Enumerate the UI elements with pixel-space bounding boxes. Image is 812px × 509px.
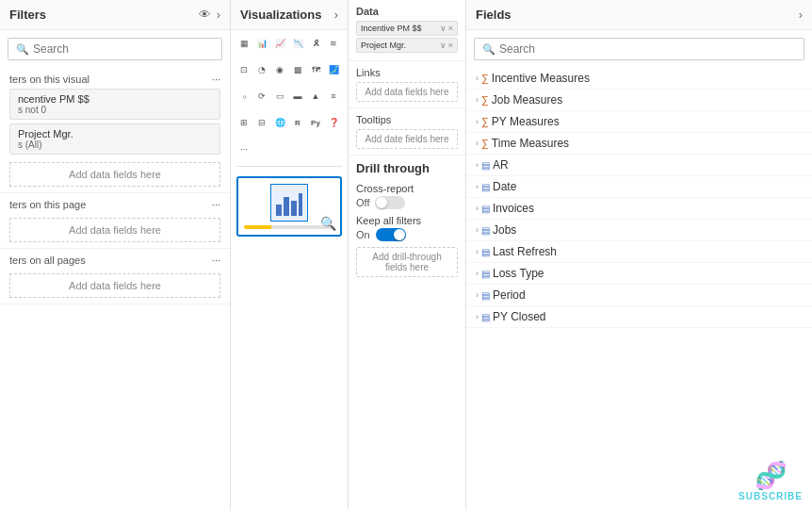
field-chevron-icon: › <box>476 290 479 300</box>
field-group-item[interactable]: › ∑ Job Measures <box>466 90 812 111</box>
viz-panel-header: Visualizations › <box>231 0 348 30</box>
fields-search-input[interactable] <box>499 42 796 56</box>
subscribe-text: SUBSCRIBE <box>739 491 803 501</box>
filter-item-1-value: s not 0 <box>18 105 212 115</box>
build-links-add-btn[interactable]: Add data fields here <box>356 82 458 102</box>
cross-report-toggle-knob <box>376 197 387 208</box>
viz-chevron-icon[interactable]: › <box>334 8 338 22</box>
build-field-1-expand[interactable]: ∨ <box>440 24 447 33</box>
eye-icon[interactable]: 👁 <box>199 8 211 22</box>
drill-on-label: On <box>356 229 370 240</box>
viz-icon-waterfall[interactable]: ≋ <box>326 36 341 51</box>
filters-all-pages-add-btn[interactable]: Add data fields here <box>9 273 220 298</box>
build-field-1-name: Incentive PM $$ <box>361 24 422 33</box>
field-group-item[interactable]: › ▤ Loss Type <box>466 263 812 285</box>
viz-icon-matrix[interactable]: ⊟ <box>254 115 269 130</box>
field-group-item[interactable]: › ∑ Incentive Measures <box>466 68 812 90</box>
viz-icon-line-chart[interactable]: 📈 <box>272 36 287 51</box>
filters-all-pages-menu[interactable]: ··· <box>212 254 220 266</box>
field-group-item[interactable]: › ▤ Jobs <box>466 220 812 241</box>
viz-icon-donut[interactable]: ◉ <box>272 62 287 77</box>
field-group-name: Time Measures <box>492 137 569 150</box>
drill-cross-report-toggle-row: Off <box>356 196 458 209</box>
field-group-name: AR <box>493 158 509 172</box>
viz-panel-title: Visualizations <box>240 8 321 22</box>
field-chevron-icon: › <box>476 139 479 148</box>
subscribe-watermark: 🧬 SUBSCRIBE <box>739 460 803 501</box>
viz-icon-python[interactable]: Py <box>308 115 323 130</box>
build-drill-section: Drill through Cross-report Off Keep all … <box>349 156 465 283</box>
build-field-2-expand[interactable]: ∨ <box>440 41 447 50</box>
field-group-name: Date <box>493 180 516 193</box>
build-links-label: Links <box>356 67 458 78</box>
filters-header-icons: 👁 › <box>199 8 220 22</box>
field-group-item[interactable]: › ▤ Period <box>466 285 812 306</box>
build-field-1-actions: ∨ × <box>440 24 453 33</box>
build-field-1-remove[interactable]: × <box>448 24 453 33</box>
viz-icon-slicer[interactable]: ≡ <box>326 89 341 104</box>
field-group-item[interactable]: › ∑ Time Measures <box>466 133 812 155</box>
viz-icon-filled-map[interactable]: 🗾 <box>326 62 341 77</box>
viz-icon-ribbon[interactable]: 🎗 <box>308 36 323 51</box>
viz-icon-bar-chart[interactable]: 📊 <box>254 36 269 51</box>
filters-search-input[interactable] <box>33 42 214 56</box>
viz-icon-multirow-card[interactable]: ▬ <box>290 89 305 104</box>
viz-icons-grid-1: ▦ 📊 📈 📉 🎗 ≋ <box>231 30 348 57</box>
filters-this-page-header: ters on this page ··· <box>9 199 220 210</box>
svg-rect-2 <box>291 201 297 216</box>
viz-icon-qna[interactable]: ❓ <box>326 115 341 130</box>
field-group-name: Job Measures <box>492 93 562 107</box>
build-field-2-remove[interactable]: × <box>448 41 453 50</box>
viz-selected-visual[interactable]: 🔍 <box>236 176 342 237</box>
viz-icon-table[interactable]: ⊞ <box>236 115 252 130</box>
viz-icon-area-chart[interactable]: 📉 <box>290 36 305 51</box>
filters-this-page-label: ters on this page <box>9 199 86 210</box>
viz-icon-stacked-bar[interactable]: ▦ <box>236 36 252 51</box>
field-group-item[interactable]: › ▤ PY Closed <box>466 306 812 328</box>
viz-icon-scatter[interactable]: ⊡ <box>236 62 252 77</box>
build-field-tag-1[interactable]: Incentive PM $$ ∨ × <box>356 21 458 36</box>
field-group-name: Loss Type <box>493 267 544 280</box>
viz-icon-funnel[interactable]: ⬦ <box>236 89 252 104</box>
filter-item-1[interactable]: ncentive PM $$ s not 0 <box>9 89 220 120</box>
filters-panel: Filters 👁 › 🔍 ters on this visual ··· nc… <box>0 0 231 509</box>
cross-report-toggle[interactable] <box>375 196 405 209</box>
viz-icon-more[interactable]: ··· <box>236 141 252 156</box>
viz-icon-kpi[interactable]: ▲ <box>308 89 323 104</box>
filters-this-page-add-btn[interactable]: Add data fields here <box>9 218 220 242</box>
fields-title: Fields <box>476 8 512 22</box>
filters-this-visual-menu[interactable]: ··· <box>212 74 220 85</box>
filters-this-visual-add-btn[interactable]: Add data fields here <box>9 162 220 187</box>
viz-icon-card[interactable]: ▭ <box>272 89 287 104</box>
drill-cross-report-option: Cross-report Off <box>356 183 458 209</box>
svg-rect-3 <box>299 193 302 216</box>
field-chevron-icon: › <box>476 204 479 213</box>
viz-icon-gauge[interactable]: ⟳ <box>254 89 269 104</box>
build-tooltips-add-btn[interactable]: Add date fields here <box>356 129 458 149</box>
field-group-item[interactable]: › ▤ Last Refresh <box>466 241 812 263</box>
field-group-name: PY Closed <box>493 310 545 323</box>
filter-item-2[interactable]: Project Mgr. s (All) <box>9 123 220 155</box>
chevron-right-icon[interactable]: › <box>217 8 220 22</box>
viz-icon-map[interactable]: 🗺 <box>308 62 323 77</box>
viz-icon-pie[interactable]: ◔ <box>254 62 269 77</box>
field-group-name: PY Measures <box>492 115 560 128</box>
field-group-item[interactable]: › ▤ Invoices <box>466 198 812 220</box>
viz-icon-treemap[interactable]: ▩ <box>290 62 305 77</box>
build-data-label: Data <box>356 6 458 17</box>
field-chevron-icon: › <box>476 160 479 170</box>
keep-filters-toggle[interactable] <box>376 228 406 241</box>
viz-separator <box>236 166 342 167</box>
field-group-item[interactable]: › ▤ Date <box>466 176 812 198</box>
fields-chevron-icon[interactable]: › <box>799 8 803 22</box>
filters-this-page-menu[interactable]: ··· <box>212 199 220 210</box>
drill-keep-filters-label: Keep all filters <box>356 215 458 226</box>
build-field-tag-2[interactable]: Project Mgr. ∨ × <box>356 38 458 53</box>
viz-icon-r-visual[interactable]: R <box>290 115 305 130</box>
viz-search-icon[interactable]: 🔍 <box>320 216 336 231</box>
drill-add-fields-btn[interactable]: Add drill-through fields here <box>356 247 458 277</box>
viz-selected-icon <box>270 184 308 222</box>
field-group-item[interactable]: › ∑ PY Measures <box>466 111 812 133</box>
field-group-item[interactable]: › ▤ AR <box>466 155 812 176</box>
viz-icon-azure-map[interactable]: 🌐 <box>272 115 287 130</box>
